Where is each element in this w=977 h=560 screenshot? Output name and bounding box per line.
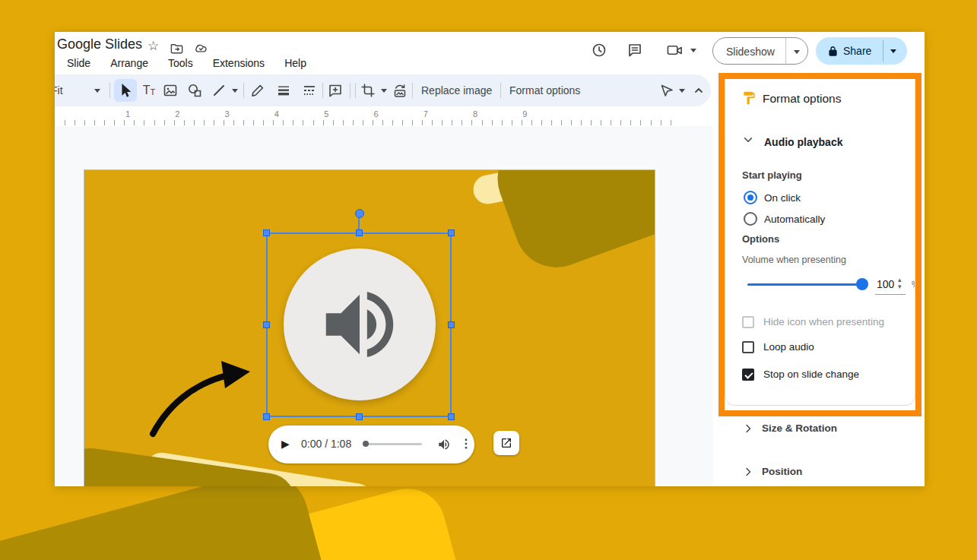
menu-help[interactable]: Help — [284, 57, 306, 69]
selection-handle[interactable] — [356, 413, 363, 420]
selection-handle[interactable] — [263, 413, 270, 420]
selection-handle[interactable] — [263, 321, 270, 328]
screenshot-root: { "icons": { "star": "☆", "overflow_menu… — [0, 0, 977, 560]
ruler-number: 8 — [473, 109, 477, 119]
player-progress-track[interactable] — [366, 443, 422, 445]
annotation-arrow — [130, 353, 267, 444]
google-slides-window: Google Slides ☆ Slide Arrange Tools Exte… — [55, 32, 925, 486]
border-dash-tool[interactable] — [301, 82, 318, 99]
slideshow-divider — [785, 38, 786, 65]
toolbar-separator — [322, 83, 323, 98]
slide-canvas[interactable]: ▶ 0:00 / 1:08 ⋮ — [84, 169, 655, 486]
menu-tools[interactable]: Tools — [168, 57, 193, 69]
player-volume-icon[interactable] — [436, 437, 452, 452]
selection-handle[interactable] — [356, 229, 363, 236]
share-divider — [883, 40, 883, 62]
reset-image-tool[interactable] — [392, 82, 408, 99]
laser-pointer-tool[interactable] — [658, 82, 675, 99]
toolbar-separator — [109, 83, 110, 98]
toolbar-separator — [355, 83, 356, 98]
insert-shape-tool[interactable] — [186, 82, 203, 99]
slideshow-button[interactable]: Slideshow — [712, 37, 808, 65]
toolbar-separator — [243, 83, 244, 98]
ruler-number: 5 — [324, 109, 328, 119]
share-button[interactable]: Share — [816, 37, 907, 65]
highlight-frame — [718, 73, 921, 416]
selection-handle[interactable] — [448, 229, 455, 236]
hide-menus-chevron-icon[interactable] — [692, 84, 706, 97]
ruler-number: 2 — [175, 109, 179, 119]
camera-dropdown-caret[interactable] — [690, 49, 696, 52]
add-comment-tool[interactable] — [327, 82, 344, 99]
laser-dropdown-caret[interactable] — [679, 89, 685, 93]
zoom-dropdown-caret[interactable] — [94, 89, 100, 93]
share-dropdown-caret[interactable] — [890, 49, 896, 53]
open-in-new-button[interactable] — [493, 431, 519, 455]
border-weight-tool[interactable] — [275, 82, 292, 99]
chevron-right-icon[interactable] — [742, 422, 754, 435]
select-cursor-tool[interactable] — [117, 81, 134, 100]
toolbar-separator — [500, 83, 501, 98]
slide-workspace: ▶ 0:00 / 1:08 ⋮ — [55, 126, 718, 486]
player-overflow-menu[interactable]: ⋮ — [460, 436, 472, 451]
replace-image-button[interactable]: Replace image — [421, 84, 492, 96]
text-box-tool[interactable]: TT — [138, 82, 160, 99]
audio-player: ▶ 0:00 / 1:08 ⋮ — [268, 426, 474, 464]
ruler-number: 7 — [423, 109, 428, 119]
section-size-rotation[interactable]: Size & Rotation — [762, 422, 837, 434]
selection-rectangle — [266, 233, 452, 417]
comment-history-icon[interactable] — [626, 41, 644, 59]
version-history-icon[interactable] — [590, 41, 608, 59]
menu-arrange[interactable]: Arrange — [110, 57, 148, 69]
horizontal-ruler: 123456789 — [55, 108, 718, 120]
section-position[interactable]: Position — [762, 466, 802, 477]
insert-line-tool[interactable] — [211, 82, 227, 99]
slideshow-label: Slideshow — [726, 46, 775, 58]
share-label: Share — [843, 45, 871, 57]
lock-icon — [826, 44, 839, 58]
menu-slide[interactable]: Slide — [67, 57, 90, 69]
ruler-number: 9 — [522, 109, 527, 119]
rotation-handle[interactable] — [355, 209, 364, 218]
slide-decor-olive-top — [486, 169, 655, 279]
play-button[interactable]: ▶ — [281, 438, 290, 450]
ruler-ticks — [65, 120, 679, 125]
document-title[interactable]: Google Slides — [57, 36, 142, 52]
star-icon[interactable]: ☆ — [148, 38, 159, 54]
ruler-number: 4 — [274, 109, 279, 119]
selection-handle[interactable] — [263, 229, 270, 236]
crop-image-tool[interactable] — [360, 82, 376, 99]
border-color-pen-tool[interactable] — [249, 82, 266, 99]
ruler-number: 6 — [373, 109, 378, 119]
toolbar-separator — [350, 83, 351, 98]
meet-camera-icon[interactable] — [665, 42, 684, 59]
crop-dropdown-caret[interactable] — [381, 89, 387, 93]
player-progress-thumb[interactable] — [363, 441, 369, 447]
insert-image-tool[interactable] — [162, 82, 179, 99]
slideshow-dropdown-caret[interactable] — [794, 50, 800, 54]
toolbar-separator — [412, 83, 413, 98]
slide-decor-olive-bottom — [84, 445, 300, 486]
menu-extensions[interactable]: Extensions — [213, 57, 265, 69]
ruler-number: 3 — [225, 109, 230, 119]
line-dropdown-caret[interactable] — [232, 89, 238, 93]
menu-bar: Slide Arrange Tools Extensions Help — [56, 55, 306, 71]
selection-handle[interactable] — [448, 321, 455, 328]
selection-handle[interactable] — [448, 413, 455, 420]
move-folder-icon[interactable] — [169, 40, 184, 55]
zoom-control[interactable]: Fit — [55, 84, 63, 96]
player-time: 0:00 / 1:08 — [301, 438, 351, 450]
cloud-status-icon[interactable] — [192, 40, 209, 55]
format-options-button[interactable]: Format options — [509, 84, 580, 96]
ruler-number: 1 — [125, 109, 130, 119]
chevron-right-icon[interactable] — [742, 466, 754, 478]
